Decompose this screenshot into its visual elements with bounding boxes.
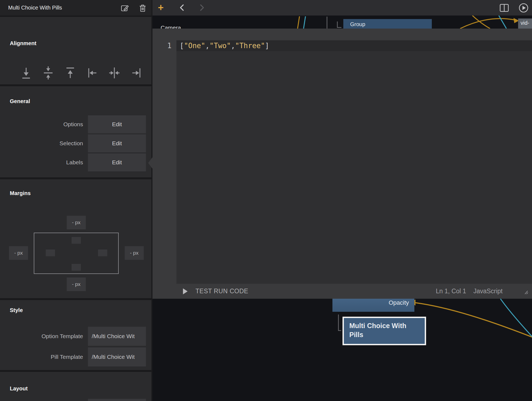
option-template-value[interactable]: /Multi Choice Wit [88,327,146,346]
code-editor-popover: 1 ["One","Two","Three"] TEST RUN CODE Ln… [152,29,532,299]
labels-label: Labels [0,153,83,171]
layout-partial-field[interactable] [88,399,146,401]
section-general: General Options Edit Selection Edit Labe… [0,86,151,177]
editor-status-bar: TEST RUN CODE Ln 1, Col 1 JavaScript [152,284,532,299]
general-section-title: General [10,98,30,104]
padding-right-handle[interactable] [98,249,107,256]
forward-icon[interactable] [198,4,205,11]
options-label: Options [0,115,83,133]
section-style: Style Option Template /Multi Choice Wit … [0,300,151,370]
code-token: "One" [184,42,205,50]
inspector-title: Multi Choice With Pills [8,0,62,16]
align-top-icon[interactable] [65,66,76,80]
align-horizontal-center-icon[interactable] [109,66,120,80]
code-token: , [205,42,210,50]
margins-section-title: Margins [10,190,31,196]
line-number: 1 [152,40,172,51]
graph-toolbar: + [152,0,532,16]
pill-template-label: Pill Template [0,347,83,366]
margin-bottom-field[interactable]: - px [67,277,86,291]
node-multi-choice-with-pills[interactable]: Multi Choice With Pills [343,317,426,345]
code-token: "Two" [210,42,231,50]
code-token: [ [180,42,184,50]
section-layout: Layout [0,372,151,401]
style-section-title: Style [10,307,23,313]
popover-callout-arrow [148,157,152,169]
align-right-icon[interactable] [131,66,142,80]
run-play-icon[interactable] [183,288,188,294]
code-token: "Three" [235,42,265,50]
alignment-section-title: Alignment [10,40,36,47]
play-icon[interactable] [519,3,528,13]
back-icon[interactable] [179,4,186,11]
selection-label: Selection [0,134,83,152]
padding-top-handle[interactable] [72,237,81,244]
resize-grip-icon[interactable] [521,288,528,295]
padding-left-handle[interactable] [46,249,55,256]
trash-icon[interactable] [139,4,146,12]
section-alignment: Alignment [0,17,151,84]
align-vertical-center-icon[interactable] [43,66,54,80]
inspector-header: Multi Choice With Pills [0,0,151,16]
options-edit-button[interactable]: Edit [88,115,146,133]
align-left-icon[interactable] [87,66,98,80]
section-margins: Margins - px - px - px - px [0,179,151,298]
selection-edit-button[interactable]: Edit [88,134,146,152]
split-view-icon[interactable] [500,4,509,12]
margin-right-field[interactable]: - px [125,246,144,260]
pill-template-value[interactable]: /Multi Choice Wit [88,347,146,366]
code-input-area[interactable]: ["One","Two","Three"] [176,40,532,284]
cursor-position-label: Ln 1, Col 1 [436,284,466,299]
margin-left-field[interactable]: - px [9,246,28,260]
patch-editor-app: Multi Choice With Pills Alignment [0,0,532,401]
opacity-node-label: Opacity [389,299,409,306]
code-line-1: ["One","Two","Three"] [180,40,269,51]
padding-bottom-handle[interactable] [72,264,81,271]
code-token: ] [265,42,269,50]
test-run-code-button[interactable]: TEST RUN CODE [195,284,248,299]
add-patch-button[interactable]: + [158,0,164,16]
code-token: , [231,42,235,50]
labels-edit-button[interactable]: Edit [88,153,146,171]
option-template-label: Option Template [0,327,83,346]
align-bottom-icon[interactable] [21,66,32,80]
layout-section-title: Layout [10,385,28,392]
edit-icon[interactable] [121,4,130,12]
margin-top-field[interactable]: - px [67,216,86,229]
language-label: JavaScript [473,284,503,299]
node-group[interactable]: Group [343,19,432,30]
